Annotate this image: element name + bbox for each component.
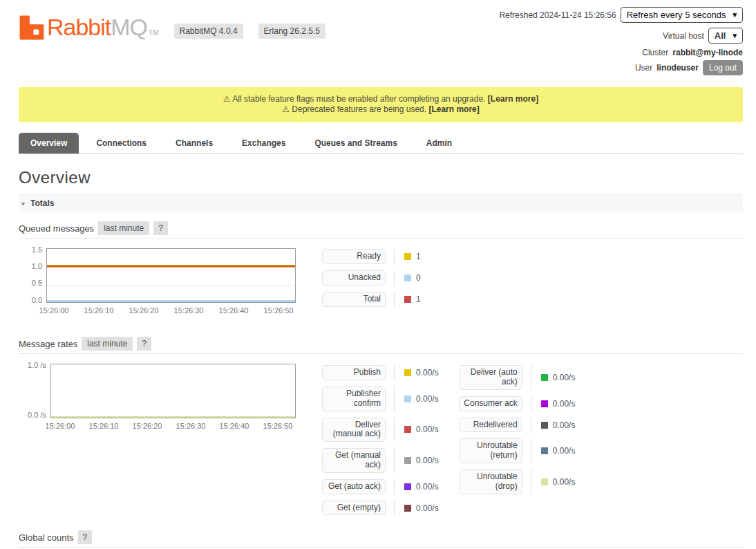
logo-text-rabbit: Rabbit (47, 14, 111, 41)
get-empty-swatch (404, 505, 411, 512)
legend-label-consumer-ack[interactable]: Consumer ack (459, 396, 522, 411)
tab-admin[interactable]: Admin (415, 133, 464, 153)
get-auto-ack-rate: 0.00/s (416, 482, 439, 492)
legend-label-ready[interactable]: Ready (322, 249, 386, 264)
cluster-name: rabbit@my-linode (672, 48, 743, 57)
x-tick: 15:26:40 (220, 422, 249, 430)
feature-flags-warning: ⚠ All stable feature flags must be enabl… (223, 94, 486, 104)
global-counts-help-icon[interactable]: ? (78, 530, 93, 544)
legend-label-redelivered[interactable]: Redelivered (459, 418, 522, 433)
unacked-swatch (404, 274, 411, 281)
legend-label-unroutable-return[interactable]: Unroutable (return) (459, 438, 522, 463)
message-rates-chart: 1.0 /s 0.0 /s 15:26:00 15:26:10 15:26:20… (19, 362, 295, 431)
refreshed-timestamp: Refreshed 2024-11-24 15:26:56 (499, 11, 616, 19)
chevron-down-icon: ▾ (733, 11, 737, 19)
totals-label: Totals (30, 198, 54, 208)
tab-queues-and-streams[interactable]: Queues and Streams (303, 133, 408, 153)
user-label: User (635, 64, 652, 72)
legend-label-get-auto-ack[interactable]: Get (auto ack) (322, 479, 386, 494)
legend-label-deliver-manual-ack[interactable]: Deliver (manual ack) (322, 418, 386, 443)
header: RabbitMQ TM RabbitMQ 4.0.4 Erlang 26.2.5… (0, 0, 756, 80)
legend-label-publish[interactable]: Publish (322, 365, 386, 380)
deliver-manual-ack-rate: 0.00/s (416, 425, 439, 434)
legend-label-unacked[interactable]: Unacked (322, 270, 386, 286)
publisher-confirm-rate: 0.00/s (416, 394, 439, 404)
x-tick: 15:26:50 (264, 306, 294, 315)
refresh-interval-select[interactable]: Refresh every 5 seconds ▾ (621, 7, 743, 23)
get-empty-rate: 0.00/s (416, 503, 439, 513)
legend-label-get-empty[interactable]: Get (empty) (322, 501, 386, 516)
queued-messages-title: Queued messages (19, 223, 94, 234)
rates-help-icon[interactable]: ? (137, 337, 151, 351)
deliver-auto-ack-swatch (541, 374, 548, 381)
get-manual-ack-rate: 0.00/s (416, 456, 439, 465)
unroutable-return-rate: 0.00/s (553, 446, 576, 456)
y-tick: 1.5 (19, 245, 42, 254)
chevron-down-icon: ▾ (733, 32, 737, 39)
legend-label-deliver-auto-ack[interactable]: Deliver (auto ack) (459, 365, 522, 390)
rabbitmq-logo-icon (19, 15, 45, 41)
plot-area (46, 248, 296, 303)
tab-connections[interactable]: Connections (84, 133, 158, 153)
logo-trademark: TM (149, 29, 158, 37)
unacked-value: 0 (416, 273, 421, 283)
logo-text-mq: MQ (111, 14, 147, 41)
global-counts-title: Global counts (19, 532, 74, 543)
queued-messages-legend: Ready 1 Unacked 0 Total 1 (322, 249, 421, 306)
totals-section-header[interactable]: ▾ Totals (19, 194, 743, 212)
y-tick: 1.0 (19, 262, 42, 270)
x-tick: 15:26:50 (263, 422, 293, 430)
total-value: 1 (416, 295, 421, 304)
x-tick: 15:26:00 (39, 306, 69, 315)
x-tick: 15:26:20 (129, 306, 159, 315)
cluster-label: Cluster (642, 48, 668, 57)
y-tick: 1.0 /s (19, 361, 46, 369)
y-tick: 0.0 /s (19, 411, 46, 419)
main-nav-tabs: Overview Connections Channels Exchanges … (19, 133, 743, 154)
virtual-host-label: Virtual host (663, 32, 704, 40)
tab-overview[interactable]: Overview (19, 133, 79, 153)
x-tick: 15:26:10 (89, 422, 119, 430)
publish-swatch (404, 369, 411, 376)
erlang-version-badge: Erlang 26.2.5.5 (258, 24, 325, 39)
series-line-zero (51, 416, 295, 418)
total-swatch (404, 296, 411, 303)
deprecated-learn-more-link[interactable]: [Learn more] (428, 104, 479, 114)
publisher-confirm-swatch (404, 396, 411, 402)
queued-messages-chart: 1.5 1.0 0.5 0.0 15:26:00 15:26:10 15:26:… (19, 247, 295, 316)
message-rates-legend-left: Publish 0.00/s Publisher confirm 0.00/s … (322, 365, 439, 515)
consumer-ack-rate: 0.00/s (553, 399, 576, 409)
legend-label-total[interactable]: Total (322, 292, 386, 307)
redelivered-swatch (541, 422, 548, 429)
status-area: Refreshed 2024-11-24 15:26:56 Refresh ev… (499, 7, 743, 80)
unroutable-drop-rate: 0.00/s (553, 477, 576, 487)
tab-exchanges[interactable]: Exchanges (230, 133, 297, 153)
x-tick: 15:26:30 (174, 306, 204, 315)
x-tick: 15:26:30 (176, 422, 206, 430)
get-auto-ack-swatch (404, 483, 411, 490)
y-tick: 0.0 (19, 296, 42, 304)
queued-range-badge[interactable]: last minute (98, 221, 149, 235)
feature-flags-learn-more-link[interactable]: [Learn more] (488, 94, 538, 104)
redelivered-rate: 0.00/s (553, 420, 576, 430)
x-tick: 15:26:20 (133, 422, 162, 430)
logout-button[interactable]: Log out (703, 60, 743, 75)
tab-channels[interactable]: Channels (164, 133, 225, 153)
message-rates-legend-right: Deliver (auto ack) 0.00/s Consumer ack 0… (459, 365, 576, 494)
collapse-triangle-icon[interactable]: ▾ (21, 200, 25, 207)
warning-banner: ⚠ All stable feature flags must be enabl… (19, 87, 743, 122)
user-name: linodeuser (656, 64, 699, 72)
virtual-host-select[interactable]: All ▾ (708, 28, 743, 44)
x-tick: 15:26:10 (84, 306, 114, 315)
deliver-auto-ack-rate: 0.00/s (553, 373, 576, 382)
legend-label-unroutable-drop[interactable]: Unroutable (drop) (459, 469, 522, 494)
rates-range-badge[interactable]: last minute (82, 337, 133, 351)
x-tick: 15:26:00 (46, 422, 75, 430)
rabbitmq-logo[interactable]: RabbitMQ TM (19, 14, 159, 41)
legend-label-get-manual-ack[interactable]: Get (manual ack) (322, 448, 386, 473)
y-tick: 0.5 (19, 279, 42, 287)
queued-help-icon[interactable]: ? (153, 221, 168, 235)
legend-label-publisher-confirm[interactable]: Publisher confirm (322, 387, 386, 411)
plot-area (50, 364, 296, 418)
publish-rate: 0.00/s (416, 368, 439, 378)
